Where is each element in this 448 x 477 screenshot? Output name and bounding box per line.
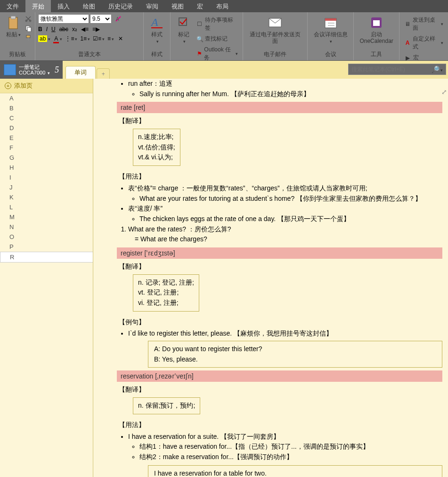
menu-file[interactable]: 文件 [0,0,25,12]
page-item-M[interactable]: M [0,212,93,222]
align-button[interactable]: ≡▾ [107,35,114,42]
add-section-button[interactable]: + [97,68,110,79]
intro-bullet: run after：追逐 [128,79,442,89]
send-to-desktop-button[interactable]: 🖥发送到桌面▾ [402,15,445,33]
font-size-select[interactable]: 9.5 [90,14,112,24]
reservation-u1b: 结构2：make a reservation for...【强调预订的动作】 [139,452,442,462]
page-item-K[interactable]: K [0,192,93,202]
page-item-E[interactable]: E [0,133,93,143]
menu-insert[interactable]: 插入 [51,0,76,12]
rate-trans-label: 【翻译】 [119,116,442,126]
ribbon-group-tools: 启动OneCalendar 工具 [354,12,399,60]
page-item-B[interactable]: B [0,103,93,113]
svg-rect-1 [11,16,16,19]
email-group-label: 电子邮件 [246,49,304,60]
page-item-L[interactable]: L [0,202,93,212]
menu-macro[interactable]: 宏 [190,0,210,12]
clear-icon[interactable]: ✕ [117,35,124,42]
reservation-usage-label: 【用法】 [119,420,442,430]
page-item-O[interactable]: O [0,232,93,242]
rate-u1: 表“价格”= charge ：一般使用复数“rates”、“charges”，住… [128,183,442,194]
italic-button[interactable]: I [46,26,48,33]
menu-review[interactable]: 审阅 [139,0,165,12]
reservation-trans-label: 【翻译】 [119,385,442,395]
page-item-C[interactable]: C [0,113,93,123]
register-trans-label: 【翻译】 [119,262,442,272]
page-item-I[interactable]: I [0,173,93,182]
underline-button[interactable]: U [51,26,56,33]
search-input[interactable] [351,66,432,73]
page-item-P[interactable]: P [0,242,93,252]
font-name-select[interactable]: 微软雅黑 [38,14,89,24]
reservation-u1a: 结构1：have a reservation for...【指（已经）预订了..… [139,442,442,452]
cut-icon[interactable] [24,15,32,23]
page-item-J[interactable]: J [0,182,93,192]
reservation-u1: I have a reservation for a suite. 【我订了一间… [128,432,442,442]
ribbon: 粘贴▾ 剪贴板 微软雅黑 9.5 A B I U [0,12,448,61]
search-box[interactable]: 🔎▾ [348,64,446,75]
indent-button[interactable]: ≡▶ [92,25,100,33]
todo-tag-button[interactable]: ☐待办事项标签 [194,15,240,33]
strike-button[interactable]: abc [59,26,68,33]
svg-rect-0 [9,17,17,29]
section-tabs: 单词 + 🔎▾ [63,61,448,79]
launch-onecalendar-button[interactable]: 启动OneCalendar [357,13,396,47]
bold-button[interactable]: B [38,26,42,33]
checklist-button[interactable]: ☑≡▾ [93,35,105,42]
search-icon[interactable]: 🔎▾ [432,66,443,73]
font-color-button[interactable]: A▾ [53,35,62,42]
page-item-H[interactable]: H [0,163,93,173]
notebook-title-top: 一册笔记 [19,64,50,70]
ribbon-group-onetastic: 🖥发送到桌面▾ A自定义样式▾ ▶宏 Onetastic [399,12,448,60]
page-item-D[interactable]: D [0,123,93,133]
tags-button[interactable]: 标记▾ [173,13,194,47]
meeting-details-button[interactable]: 会议详细信息▾ [310,13,351,47]
subscript-button[interactable]: x₂ [72,26,77,33]
main-area: + 添加页 ABCDEFGHIJKLMNOPR ⤢ run after：追逐 S… [0,79,448,477]
page-item-N[interactable]: N [0,222,93,232]
highlight-button[interactable]: ab▾ [38,35,50,42]
expand-icon[interactable]: ⤢ [441,88,447,96]
outdent-button[interactable]: ◀≡ [81,25,89,33]
email-page-button[interactable]: 通过电子邮件发送页面 [246,13,304,47]
rate-u2: 表“速度/ 率” [128,204,442,214]
reservation-box: I have a reservation for a table for two… [148,465,442,477]
format-painter-icon[interactable] [24,34,32,41]
menu-layout[interactable]: 布局 [210,0,235,12]
notebook-selector[interactable]: 一册笔记 COCA7000 ▾ 5 [0,61,63,79]
ribbon-group-tags: 标记▾ ☐待办事项标签 🔍查找标记 ⚑Outlook 任务▾ 标记 [171,12,243,60]
clear-format-icon[interactable]: A [114,15,122,23]
styles-button[interactable]: A 样式▾ [147,13,167,47]
page-item-G[interactable]: G [0,153,93,163]
outlook-tasks-button[interactable]: ⚑Outlook 任务▾ [194,45,240,63]
section-tab-words[interactable]: 单词 [65,66,96,79]
register-dialog-box: A: Do you want to register this letter?B… [148,341,442,368]
menu-home[interactable]: 开始 [25,0,51,12]
rate-u2-sub: The chicken lays eggs at the rate of one… [139,214,442,224]
style-a-icon: A [404,39,411,47]
add-page-button[interactable]: + 添加页 [0,79,93,93]
find-tags-button[interactable]: 🔍查找标记 [194,34,240,44]
ribbon-group-styles: A 样式▾ 样式 [144,12,171,60]
rate-q1: What are the rates? ：房价怎么算? [128,224,442,235]
custom-styles-button[interactable]: A自定义样式▾ [402,34,445,52]
ribbon-group-text: 微软雅黑 9.5 A B I U abc x₂ ◀≡ ≡▶ ab▾ A▾ ⋮≡▾ [35,12,144,60]
text-group-label: 普通文本 [38,49,140,60]
bullets-button[interactable]: ⋮≡▾ [65,35,77,42]
rate-q1-eq: = What are the charges? [135,234,442,245]
page-item-F[interactable]: F [0,143,93,153]
paste-button[interactable]: 粘贴▾ [3,13,24,40]
page-item-A[interactable]: A [0,93,93,103]
styles-group-label: 样式 [147,49,167,60]
menu-draw[interactable]: 绘图 [76,0,102,12]
page-content[interactable]: ⤢ run after：追逐 Sally is running after he… [93,79,448,477]
page-item-R[interactable]: R [0,252,93,263]
menu-view[interactable]: 视图 [165,0,190,12]
menu-history[interactable]: 历史记录 [102,0,139,12]
svg-text:A: A [150,16,158,28]
notebook-count: 5 [55,65,59,75]
copy-icon[interactable] [24,25,32,32]
flag-icon: ⚑ [196,50,203,58]
paste-label: 粘贴 [6,31,17,38]
numbering-button[interactable]: 1≡▾ [80,35,90,42]
